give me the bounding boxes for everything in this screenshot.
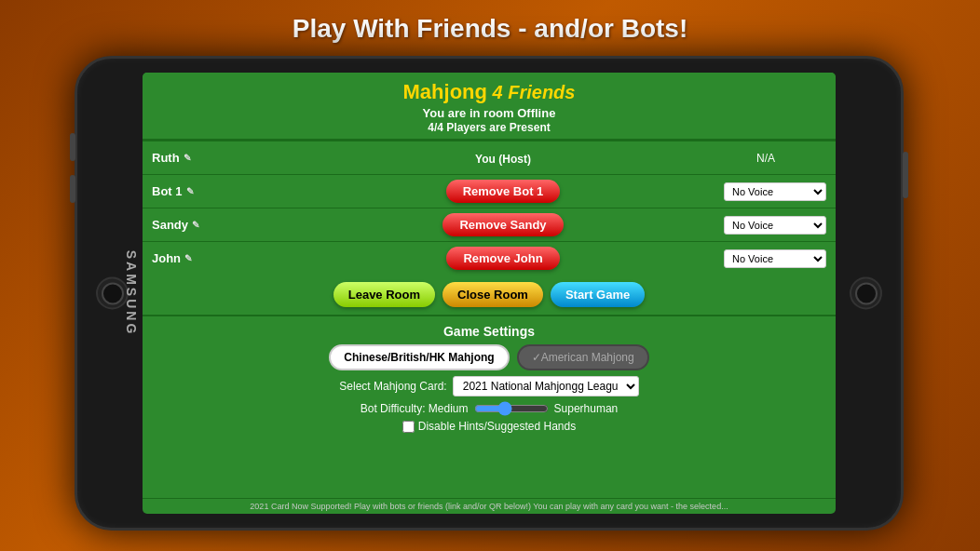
voice-select-sandy[interactable]: No Voice Voice 1 Voice 2: [724, 216, 826, 235]
back-camera: [850, 277, 882, 310]
volume-down-button: [70, 175, 75, 203]
player-action-bot1: Remove Bot 1: [301, 180, 705, 203]
settings-title: Game Settings: [150, 324, 828, 339]
player-action-john: Remove John: [301, 247, 705, 270]
game-settings: Game Settings Chinese/British/HK Mahjong…: [143, 315, 836, 498]
page-title: Play With Friends - and/or Bots!: [0, 14, 980, 44]
power-button: [903, 152, 908, 198]
card-select-dropdown[interactable]: 2021 National Mahjongg League 2020 Natio…: [453, 376, 639, 396]
player-voice-john: No Voice Voice 1 Voice 2: [705, 249, 826, 268]
player-row-ruth: Ruth ✎ You (Host) N/A: [143, 141, 836, 174]
leave-room-button[interactable]: Leave Room: [333, 282, 435, 307]
voice-select-bot1[interactable]: No Voice Voice 1 Voice 2: [724, 182, 826, 201]
phone-frame: SAMSUNG Mahjong 4 Friends You are in roo…: [75, 56, 904, 531]
player-voice-sandy: No Voice Voice 1 Voice 2: [705, 216, 826, 235]
player-name-john: John ✎: [152, 251, 301, 265]
player-action-ruth: You (Host): [301, 150, 705, 167]
brand-label: SAMSUNG: [124, 250, 139, 337]
players-info: 4/4 Players are Present: [152, 121, 826, 134]
card-select-label: Select Mahjong Card:: [339, 380, 446, 393]
player-row-sandy: Sandy ✎ Remove Sandy No Voice Voice 1 Vo…: [143, 208, 836, 241]
hints-label: Disable Hints/Suggested Hands: [418, 420, 576, 433]
voice-select-john[interactable]: No Voice Voice 1 Voice 2: [724, 249, 826, 268]
difficulty-slider[interactable]: [474, 401, 549, 416]
start-game-button[interactable]: Start Game: [551, 282, 645, 307]
player-action-sandy: Remove Sandy: [301, 213, 705, 236]
close-room-button[interactable]: Close Room: [442, 282, 543, 307]
edit-icon-sandy[interactable]: ✎: [192, 220, 199, 230]
phone-screen: Mahjong 4 Friends You are in room Offlin…: [143, 73, 836, 514]
game-header: Mahjong 4 Friends You are in room Offlin…: [143, 73, 836, 141]
chinese-british-button[interactable]: Chinese/British/HK Mahjong: [329, 344, 509, 370]
edit-icon-ruth[interactable]: ✎: [184, 153, 191, 163]
player-voice-ruth: N/A: [705, 152, 826, 165]
difficulty-end: Superhuman: [554, 402, 619, 415]
hints-checkbox[interactable]: [402, 421, 415, 433]
action-buttons: Leave Room Close Room Start Game: [143, 275, 836, 315]
player-voice-bot1: No Voice Voice 1 Voice 2: [705, 182, 826, 201]
american-mahjong-button[interactable]: ✓American Mahjong: [517, 344, 649, 370]
difficulty-row: Bot Difficulty: Medium Superhuman: [150, 401, 828, 416]
player-row-bot1: Bot 1 ✎ Remove Bot 1 No Voice Voice 1 Vo…: [143, 174, 836, 208]
players-table: Ruth ✎ You (Host) N/A Bot 1 ✎ Remove Bot…: [143, 141, 836, 275]
volume-up-button: [70, 133, 75, 161]
bottom-text: 2021 Card Now Supported! Play with bots …: [143, 498, 836, 514]
edit-icon-john[interactable]: ✎: [184, 253, 192, 263]
hints-row: Disable Hints/Suggested Hands: [150, 420, 828, 433]
left-buttons: [70, 133, 75, 203]
mahjong-label: Mahjong: [403, 80, 487, 103]
game-title: Mahjong 4 Friends: [152, 80, 826, 104]
player-name-sandy: Sandy ✎: [152, 218, 301, 232]
player-status-ruth: You (Host): [475, 153, 531, 166]
card-select-row: Select Mahjong Card: 2021 National Mahjo…: [150, 376, 828, 396]
difficulty-label: Bot Difficulty: Medium: [361, 402, 469, 415]
friends-label: 4 Friends: [487, 82, 575, 102]
remove-bot1-button[interactable]: Remove Bot 1: [446, 180, 561, 203]
player-name-ruth: Ruth ✎: [152, 151, 301, 165]
room-info: You are in room Offline: [152, 106, 826, 120]
player-row-john: John ✎ Remove John No Voice Voice 1 Voic…: [143, 241, 836, 275]
remove-sandy-button[interactable]: Remove Sandy: [442, 213, 563, 236]
remove-john-button[interactable]: Remove John: [446, 247, 559, 270]
player-name-bot1: Bot 1 ✎: [152, 184, 301, 198]
mahjong-type-buttons: Chinese/British/HK Mahjong ✓American Mah…: [150, 344, 828, 370]
edit-icon-bot1[interactable]: ✎: [186, 186, 194, 196]
